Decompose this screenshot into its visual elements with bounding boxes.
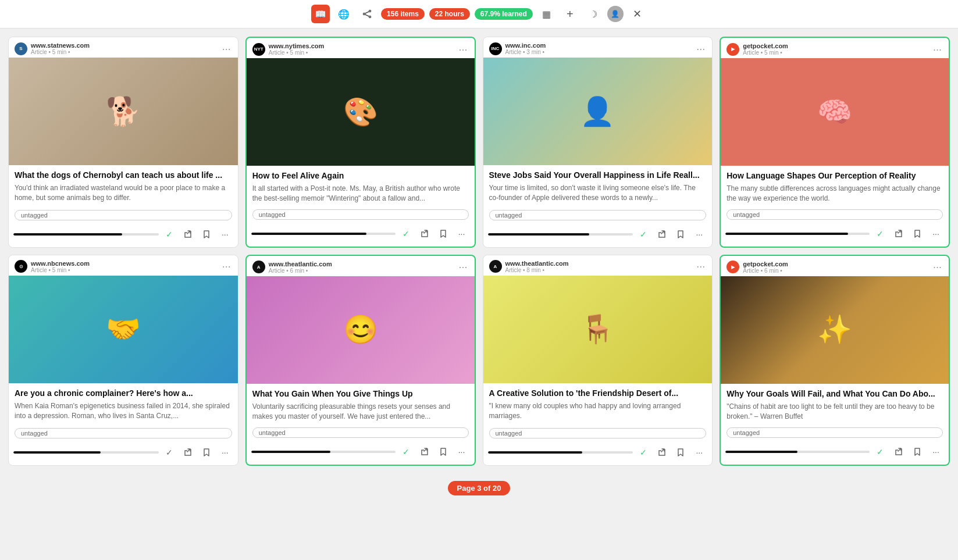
card-tag[interactable]: untagged	[489, 428, 707, 438]
progress-fill	[488, 451, 582, 454]
card-read-time: Article • 8 min •	[505, 267, 569, 273]
card-meta: www.nbcnews.com Article • 5 min •	[31, 260, 90, 273]
card-title: Why Your Goals Will Fail, and What You C…	[726, 388, 943, 399]
more-button[interactable]: ···	[217, 226, 233, 242]
progress-fill	[488, 233, 590, 236]
more-button[interactable]: ···	[691, 226, 707, 242]
reading-progress	[251, 233, 396, 235]
progress-fill	[251, 233, 366, 235]
read-check-icon[interactable]: ✓	[161, 226, 177, 242]
hours-badge[interactable]: 22 hours	[429, 8, 470, 20]
card-header: A www.theatlantic.com Article • 6 min • …	[247, 256, 475, 276]
card-domain: www.theatlantic.com	[505, 260, 569, 267]
card-tag[interactable]: untagged	[489, 210, 707, 220]
globe-icon[interactable]: 🌐	[334, 5, 353, 23]
card-tag[interactable]: untagged	[15, 428, 232, 438]
progress-fill	[13, 451, 101, 454]
card-excerpt: "I knew many old couples who had happy a…	[489, 401, 707, 421]
share-button[interactable]	[180, 444, 196, 461]
bookmark-button[interactable]	[198, 444, 215, 461]
read-check-icon[interactable]: ✓	[398, 444, 414, 460]
moon-icon[interactable]: ☽	[584, 5, 603, 23]
card-body: Steve Jobs Said Your Overall Happiness i…	[483, 165, 713, 206]
card-domain: www.statnews.com	[31, 42, 90, 49]
card-menu-button[interactable]: ···	[457, 44, 468, 55]
more-button[interactable]: ···	[928, 226, 944, 242]
share-button[interactable]	[891, 444, 907, 460]
card-menu-button[interactable]: ···	[221, 261, 232, 272]
share-button[interactable]	[654, 444, 670, 461]
page-label[interactable]: Page 3 of 20	[448, 481, 511, 495]
bookmark-button[interactable]	[672, 226, 689, 242]
card-tag[interactable]: untagged	[252, 209, 469, 220]
progress-fill	[725, 451, 797, 453]
read-check-icon[interactable]: ✓	[872, 444, 888, 460]
card-menu-button[interactable]: ···	[457, 262, 468, 272]
card-header: A www.theatlantic.com Article • 8 min • …	[483, 255, 713, 276]
share-button[interactable]	[416, 444, 433, 460]
card-body: How Language Shapes Our Perception of Re…	[721, 166, 949, 206]
share-button[interactable]	[654, 226, 670, 242]
article-card-8: ▶ getpocket.com Article • 6 min • ··· ✨ …	[720, 255, 950, 466]
bookmark-button[interactable]	[198, 226, 215, 242]
card-tag[interactable]: untagged	[252, 427, 469, 438]
card-meta: www.theatlantic.com Article • 6 min •	[269, 261, 332, 274]
share-button[interactable]	[416, 226, 433, 242]
bookmark-button[interactable]	[435, 226, 451, 242]
more-button[interactable]: ···	[454, 444, 470, 460]
read-check-icon[interactable]: ✓	[635, 444, 651, 461]
add-icon[interactable]: +	[561, 5, 579, 23]
card-menu-button[interactable]: ···	[932, 262, 943, 272]
card-image: 🧠	[721, 58, 949, 166]
card-domain: www.theatlantic.com	[269, 261, 332, 267]
card-meta: getpocket.com Article • 5 min •	[743, 42, 788, 56]
read-check-icon[interactable]: ✓	[872, 226, 888, 242]
card-domain: www.nytimes.com	[269, 42, 325, 49]
card-title: What the dogs of Chernobyl can teach us …	[15, 170, 232, 180]
source-info: INC www.inc.com Article • 3 min •	[489, 42, 546, 55]
card-excerpt: Voluntarily sacrificing pleasurable thin…	[252, 402, 469, 422]
card-image: 🤝	[9, 276, 238, 383]
card-menu-button[interactable]: ···	[695, 44, 706, 54]
share-button[interactable]	[180, 226, 196, 242]
source-info: A www.theatlantic.com Article • 6 min •	[252, 261, 332, 274]
source-info: NYT www.nytimes.com Article • 5 min •	[252, 42, 325, 56]
bookmark-button[interactable]	[435, 444, 451, 460]
source-info: A www.theatlantic.com Article • 8 min •	[489, 260, 569, 273]
card-domain: getpocket.com	[743, 261, 788, 267]
bookmark-button[interactable]	[672, 444, 689, 461]
card-excerpt: It all started with a Post-it note. Ms. …	[252, 184, 469, 204]
share-icon[interactable]	[358, 5, 376, 23]
card-tag[interactable]: untagged	[726, 209, 943, 220]
card-title: Are you a chronic complainer? Here's how…	[15, 388, 232, 398]
card-meta: www.inc.com Article • 3 min •	[505, 42, 546, 55]
user-avatar[interactable]: 👤	[607, 6, 624, 22]
pocket-nav-icon[interactable]: 📖	[311, 5, 330, 23]
read-check-icon[interactable]: ✓	[398, 226, 414, 242]
card-footer: ✓ ···	[483, 224, 713, 247]
reading-progress	[488, 233, 633, 236]
card-menu-button[interactable]: ···	[221, 44, 232, 54]
card-menu-button[interactable]: ···	[932, 44, 943, 55]
source-logo: A	[489, 260, 502, 273]
learned-badge[interactable]: 67.9% learned	[475, 8, 533, 20]
reading-progress	[725, 451, 870, 453]
more-button[interactable]: ···	[217, 444, 233, 461]
card-tag[interactable]: untagged	[15, 210, 232, 220]
article-card-7: A www.theatlantic.com Article • 8 min • …	[483, 255, 713, 466]
close-icon[interactable]: ✕	[628, 5, 647, 23]
card-tag[interactable]: untagged	[726, 427, 943, 438]
card-menu-button[interactable]: ···	[695, 261, 706, 272]
read-check-icon[interactable]: ✓	[161, 444, 177, 461]
more-button[interactable]: ···	[454, 226, 470, 242]
read-check-icon[interactable]: ✓	[635, 226, 651, 242]
reading-progress	[488, 451, 633, 454]
share-button[interactable]	[891, 226, 907, 242]
more-button[interactable]: ···	[928, 444, 944, 460]
grid-icon[interactable]: ▦	[537, 5, 556, 23]
more-button[interactable]: ···	[691, 444, 707, 461]
bookmark-button[interactable]	[909, 226, 925, 242]
bookmark-button[interactable]	[909, 444, 925, 460]
items-badge[interactable]: 156 items	[381, 8, 425, 20]
article-card-6: A www.theatlantic.com Article • 6 min • …	[245, 255, 476, 466]
